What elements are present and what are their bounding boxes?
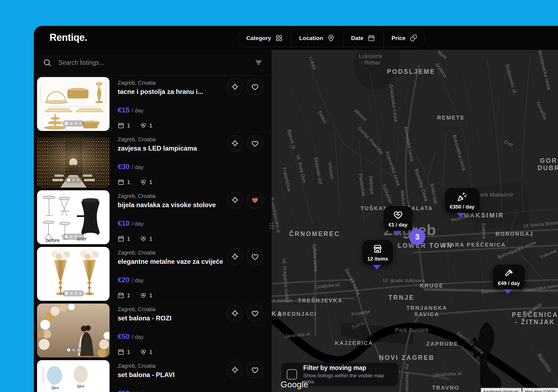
marker-label: €350 / day xyxy=(450,204,475,210)
map[interactable]: ZagrebPODSLJEMEREMETEGORNJA DUBRAVATUŠKA… xyxy=(272,50,558,392)
search-icon xyxy=(43,59,51,67)
filter-icon[interactable] xyxy=(255,59,262,66)
locate-on-map-button[interactable] xyxy=(227,362,243,378)
marker-pointer xyxy=(457,213,465,218)
listing-price-suffix: / day xyxy=(132,108,143,114)
marker-pointer xyxy=(373,265,381,270)
filter-card-title: Filter by moving map xyxy=(303,364,393,372)
listings-panel: Zagreb, Croatia tacne i postolja za hran… xyxy=(34,50,272,392)
balloons-icon xyxy=(140,179,147,185)
nav-item-label: Date xyxy=(351,35,364,41)
svg-text:1pcs: 1pcs xyxy=(77,384,84,388)
listing-title: set balona - ROZI xyxy=(118,314,171,322)
listing-price-suffix: / day xyxy=(132,391,143,392)
panel-resize-handle[interactable] xyxy=(269,220,275,232)
map-roads xyxy=(272,50,558,392)
carousel-dots[interactable] xyxy=(62,120,84,127)
listing-image-led-curtain xyxy=(37,134,110,188)
marker-label: €1 / day xyxy=(389,222,408,228)
locate-on-map-button[interactable] xyxy=(227,79,243,95)
price-marker[interactable]: 12 items xyxy=(362,240,393,265)
listing-card-6[interactable]: 1pcs1pcs20pcs20pcs20pcs10pcs Zagreb, Cro… xyxy=(34,359,272,392)
keyboard-shortcuts-button[interactable]: Keyboard shortcuts xyxy=(481,388,521,392)
listing-card-3[interactable]: beforeafter Zagreb, Croatia bijela navla… xyxy=(34,189,272,246)
balloons-icon xyxy=(140,235,147,242)
filter-by-map-checkbox[interactable] xyxy=(287,369,297,380)
listing-list: Zagreb, Croatia tacne i postolja za hran… xyxy=(34,76,272,392)
listing-price-suffix: / day xyxy=(132,221,143,227)
coins-icon xyxy=(410,35,417,42)
nav-item-price[interactable]: Price xyxy=(383,29,425,47)
favorite-button[interactable] xyxy=(247,305,263,321)
page: { "colors": {"page_blue":"#0EA5E9","acce… xyxy=(0,0,558,392)
nav-item-label: Category xyxy=(246,35,271,41)
price-marker[interactable]: €49 / day xyxy=(493,265,524,289)
map-attribution: Keyboard shortcuts Map data ©2025 xyxy=(481,388,558,392)
listing-card-5[interactable]: Zagreb, Croatia set balona - ROZI €50/ d… xyxy=(34,302,272,359)
heart-pulse-icon xyxy=(393,210,403,220)
calendar-icon xyxy=(118,122,124,129)
listing-title: zavjesa s LED lampicama xyxy=(118,145,197,152)
map-data-attribution: Map data ©2025 xyxy=(522,388,558,392)
filter-card-subtitle: Show listings within the visible map are… xyxy=(303,373,393,385)
favorite-button[interactable] xyxy=(247,249,263,265)
nav-item-location[interactable]: Location xyxy=(291,29,343,47)
listing-card-4[interactable]: Zagreb, Croatia elegantne metalne vaze z… xyxy=(34,246,272,302)
listing-title: set balona - PLAVI xyxy=(118,371,175,379)
svg-text:before: before xyxy=(46,238,60,243)
calendar-icon xyxy=(118,235,124,242)
listing-category-count: 1 xyxy=(140,179,153,185)
calendar-icon xyxy=(118,179,124,185)
google-logo[interactable]: Google xyxy=(281,380,308,390)
marker-label: €49 / day xyxy=(498,280,520,286)
carousel-dots[interactable] xyxy=(65,177,82,183)
listing-availability: 1 xyxy=(118,179,130,185)
filter-nav-pill: CategoryLocationDatePrice xyxy=(238,29,425,47)
nav-item-date[interactable]: Date xyxy=(343,29,383,47)
listing-title: tacne i postolja za hranu i... xyxy=(118,88,203,96)
listing-price-suffix: / day xyxy=(132,164,143,170)
favorite-button[interactable] xyxy=(247,79,263,95)
marker-label: 12 items xyxy=(367,256,388,262)
party-popper-icon xyxy=(457,192,467,202)
listing-title: bijela navlaka za visoke stolove xyxy=(118,201,216,209)
listing-price: €50 xyxy=(118,332,129,341)
map-pin-icon xyxy=(327,35,335,42)
price-marker[interactable]: €1 / day xyxy=(384,206,413,231)
carousel-dots[interactable] xyxy=(62,290,84,296)
balloons-icon xyxy=(140,349,147,355)
nav-item-category[interactable]: Category xyxy=(238,29,291,47)
carousel-dots[interactable] xyxy=(65,347,82,353)
listing-location: Zagreb, Croatia xyxy=(118,80,156,86)
favorite-button[interactable] xyxy=(247,135,263,152)
search-input[interactable] xyxy=(58,59,248,67)
hammer-icon xyxy=(504,268,514,278)
listing-availability: 1 xyxy=(118,292,130,299)
locate-on-map-button[interactable] xyxy=(227,249,243,265)
locate-on-map-button[interactable] xyxy=(227,135,243,152)
locate-on-map-button[interactable] xyxy=(227,192,243,208)
balloons-icon xyxy=(140,122,147,129)
price-marker[interactable]: €350 / day xyxy=(445,188,480,213)
listing-price-suffix: / day xyxy=(132,277,143,283)
svg-text:1pcs: 1pcs xyxy=(51,386,59,390)
favorite-button[interactable] xyxy=(247,362,263,378)
listing-image-gold-cake-stands xyxy=(37,77,110,131)
listing-location: Zagreb, Croatia xyxy=(118,250,156,256)
listing-availability: 1 xyxy=(118,122,130,129)
listing-price: €10 xyxy=(118,219,129,227)
listing-category-count: 1 xyxy=(140,235,153,242)
listing-availability: 1 xyxy=(118,349,130,355)
listing-location: Zagreb, Croatia xyxy=(118,193,156,199)
locate-on-map-button[interactable] xyxy=(227,305,243,321)
listing-card-1[interactable]: Zagreb, Croatia tacne i postolja za hran… xyxy=(34,76,272,132)
app-window: Rentiqe. CategoryLocationDatePrice Zagre… xyxy=(34,26,558,392)
favorite-button[interactable] xyxy=(247,192,263,208)
listing-price: €15 xyxy=(118,106,129,114)
app-logo: Rentiqe. xyxy=(50,32,87,43)
carousel-dots[interactable] xyxy=(62,234,84,240)
listing-availability: 1 xyxy=(118,235,130,242)
listing-card-2[interactable]: Zagreb, Croatia zavjesa s LED lampicama … xyxy=(34,132,272,189)
listing-category-count: 1 xyxy=(140,292,153,299)
listing-price: €30 xyxy=(118,163,129,171)
